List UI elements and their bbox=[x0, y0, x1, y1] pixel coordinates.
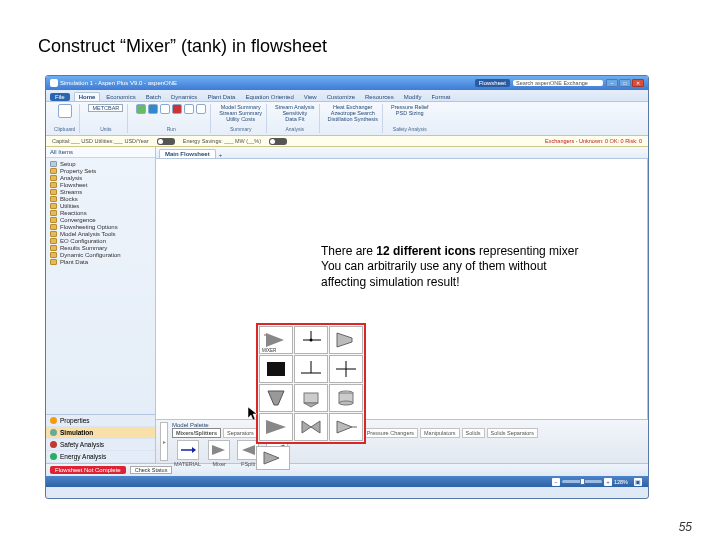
flowsheet-canvas[interactable]: There are 12 different icons representin… bbox=[156, 159, 648, 419]
svg-rect-7 bbox=[267, 362, 285, 376]
ribbon-tab-plant-data[interactable]: Plant Data bbox=[203, 93, 239, 101]
env-properties[interactable]: Properties bbox=[46, 415, 155, 427]
palette-item-mixer[interactable]: Mixer bbox=[206, 439, 232, 468]
mixer-variant-tee2[interactable] bbox=[294, 355, 328, 383]
tree-item[interactable]: Plant Data bbox=[48, 258, 153, 265]
utility-costs-link[interactable]: Utility Costs bbox=[226, 116, 255, 122]
paste-icon[interactable] bbox=[58, 104, 72, 118]
mixer-variant-3d[interactable] bbox=[329, 326, 363, 354]
tree-item[interactable]: Reactions bbox=[48, 209, 153, 216]
section-tab-flowsheet[interactable]: Flowsheet bbox=[475, 79, 510, 87]
annotation-text: There are 12 different icons representin… bbox=[321, 244, 601, 290]
file-tab[interactable]: File bbox=[50, 93, 70, 101]
tree-item[interactable]: EO Configuration bbox=[48, 237, 153, 244]
material-stream-icon bbox=[177, 440, 199, 460]
mixer-variant-triangle[interactable]: MIXER bbox=[259, 326, 293, 354]
tree-item[interactable]: Results Summary bbox=[48, 244, 153, 251]
zoom-control[interactable]: − + 128% bbox=[552, 478, 628, 486]
tree-item[interactable]: Setup bbox=[48, 160, 153, 167]
svg-marker-26 bbox=[192, 447, 196, 453]
tree-item[interactable]: Property Sets bbox=[48, 167, 153, 174]
psd-sizing-link[interactable]: PSD Sizing bbox=[396, 110, 424, 116]
svg-marker-24 bbox=[248, 407, 257, 420]
mixer-icon-palette-popup: MIXER bbox=[256, 323, 366, 470]
data-fit-link[interactable]: Data Fit bbox=[285, 116, 304, 122]
palette-cat-solids[interactable]: Solids bbox=[462, 428, 485, 438]
tree-item[interactable]: Streams bbox=[48, 188, 153, 195]
control-panel-icon[interactable] bbox=[196, 104, 206, 114]
model-palette: ▸ Model Palette Mixers/Splitters Separat… bbox=[156, 419, 648, 463]
mixer-variant-tank-inline[interactable] bbox=[294, 384, 328, 412]
environment-switcher: Properties Simulation Safety Analysis En… bbox=[46, 414, 155, 463]
search-input[interactable]: Search aspenONE Exchange bbox=[513, 80, 603, 86]
ribbon-tab-view[interactable]: View bbox=[300, 93, 321, 101]
window-title: Simulation 1 - Aspen Plus V9.0 - aspenON… bbox=[60, 80, 177, 86]
mixer-variant-extra[interactable] bbox=[256, 446, 290, 470]
mixer-variant-drum[interactable] bbox=[329, 384, 363, 412]
minimize-button[interactable]: – bbox=[606, 79, 618, 87]
svg-marker-27 bbox=[212, 445, 225, 455]
energy-toggle[interactable] bbox=[269, 138, 287, 145]
zoom-readout: 128% bbox=[614, 479, 628, 485]
folder-icon bbox=[50, 224, 57, 230]
ribbon-tab-customize[interactable]: Customize bbox=[323, 93, 359, 101]
tree-item[interactable]: Analysis bbox=[48, 174, 153, 181]
dist-synth-link[interactable]: Distillation Synthesis bbox=[328, 116, 378, 122]
mixer-variant-tee[interactable] bbox=[294, 326, 328, 354]
units-select[interactable]: METCBAR bbox=[88, 104, 123, 112]
status-pill[interactable]: Flowsheet Not Complete bbox=[50, 466, 126, 474]
ribbon-tab-modify[interactable]: Modify bbox=[400, 93, 426, 101]
reset-icon[interactable] bbox=[184, 104, 194, 114]
mixer-variant-cross[interactable] bbox=[329, 355, 363, 383]
palette-cat-pressure[interactable]: Pressure Changers bbox=[363, 428, 418, 438]
maximize-button[interactable]: □ bbox=[619, 79, 631, 87]
tree-item[interactable]: Blocks bbox=[48, 195, 153, 202]
ribbon-tab-home[interactable]: Home bbox=[74, 92, 101, 101]
folder-icon bbox=[50, 175, 57, 181]
env-safety[interactable]: Safety Analysis bbox=[46, 439, 155, 451]
flowsheet-tab-main[interactable]: Main Flowsheet bbox=[159, 149, 216, 158]
step-icon[interactable] bbox=[160, 104, 170, 114]
mixer-variant-hopper[interactable] bbox=[259, 384, 293, 412]
palette-cat-separators[interactable]: Separators bbox=[223, 428, 258, 438]
ribbon-tab-batch[interactable]: Batch bbox=[142, 93, 165, 101]
close-button[interactable]: ✕ bbox=[632, 79, 644, 87]
palette-cat-manipulators[interactable]: Manipulators bbox=[420, 428, 460, 438]
flask-icon bbox=[50, 417, 57, 424]
ribbon-tab-format[interactable]: Format bbox=[427, 93, 454, 101]
ribbon-label-analysis: Analysis bbox=[286, 126, 305, 132]
svg-point-17 bbox=[339, 401, 353, 405]
tree-item[interactable]: Convergence bbox=[48, 216, 153, 223]
ribbon-tab-dynamics[interactable]: Dynamics bbox=[167, 93, 201, 101]
zoom-out-button[interactable]: − bbox=[552, 478, 560, 486]
ribbon-tab-resources[interactable]: Resources bbox=[361, 93, 398, 101]
capital-toggle[interactable] bbox=[157, 138, 175, 145]
mixer-variant-block[interactable] bbox=[259, 355, 293, 383]
palette-cat-mixers[interactable]: Mixers/Splitters bbox=[172, 428, 221, 438]
palette-item-material[interactable]: MATERIAL bbox=[172, 439, 203, 468]
run-icon[interactable] bbox=[148, 104, 158, 114]
tree-item[interactable]: Utilities bbox=[48, 202, 153, 209]
zoom-slider[interactable] bbox=[562, 480, 602, 483]
stop-icon[interactable] bbox=[172, 104, 182, 114]
svg-marker-12 bbox=[268, 391, 284, 405]
tree-item[interactable]: Dynamic Configuration bbox=[48, 251, 153, 258]
env-energy[interactable]: Energy Analysis bbox=[46, 451, 155, 463]
check-status-button[interactable]: Check Status bbox=[130, 466, 173, 474]
tree-item[interactable]: Flowsheeting Options bbox=[48, 223, 153, 230]
nav-tree[interactable]: Setup Property Sets Analysis Flowsheet S… bbox=[46, 158, 155, 414]
ribbon-tab-economics[interactable]: Economics bbox=[102, 93, 139, 101]
bolt-icon bbox=[50, 453, 57, 460]
zoom-in-button[interactable]: + bbox=[604, 478, 612, 486]
tree-item[interactable]: Flowsheet bbox=[48, 181, 153, 188]
env-simulation[interactable]: Simulation bbox=[46, 427, 155, 439]
flowsheet-add-tab[interactable]: + bbox=[219, 152, 223, 158]
palette-collapse-arrow[interactable]: ▸ bbox=[160, 422, 168, 461]
svg-marker-28 bbox=[242, 445, 255, 455]
ribbon-group-run: Run bbox=[132, 104, 211, 133]
palette-cat-solids-sep[interactable]: Solids Separators bbox=[487, 428, 538, 438]
view-mode-button[interactable]: ▣ bbox=[634, 478, 642, 486]
next-icon[interactable] bbox=[136, 104, 146, 114]
ribbon-tab-eo[interactable]: Equation Oriented bbox=[241, 93, 297, 101]
tree-item[interactable]: Model Analysis Tools bbox=[48, 230, 153, 237]
